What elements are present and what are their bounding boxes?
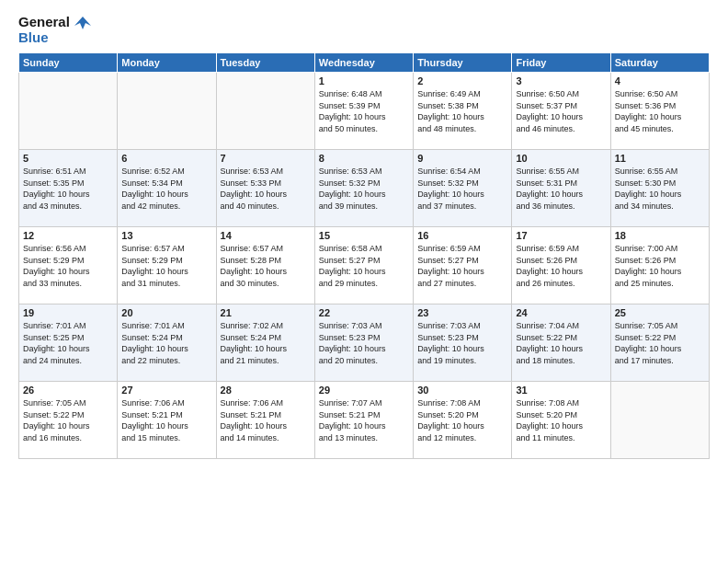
day-info: Sunrise: 6:56 AM Sunset: 5:29 PM Dayligh… (23, 243, 113, 289)
day-number: 21 (221, 307, 311, 318)
day-cell: 17Sunrise: 6:59 AM Sunset: 5:26 PM Dayli… (512, 227, 610, 304)
day-info: Sunrise: 6:59 AM Sunset: 5:27 PM Dayligh… (417, 243, 507, 289)
day-cell: 13Sunrise: 6:57 AM Sunset: 5:29 PM Dayli… (118, 227, 216, 304)
day-cell: 14Sunrise: 6:57 AM Sunset: 5:28 PM Dayli… (216, 227, 314, 304)
logo-line2: Blue (18, 30, 91, 46)
day-number: 3 (516, 75, 606, 86)
day-info: Sunrise: 7:01 AM Sunset: 5:24 PM Dayligh… (121, 320, 211, 366)
day-cell: 28Sunrise: 7:06 AM Sunset: 5:21 PM Dayli… (216, 382, 314, 459)
day-number: 26 (23, 385, 113, 396)
day-cell: 26Sunrise: 7:05 AM Sunset: 5:22 PM Dayli… (19, 382, 118, 459)
day-cell: 4Sunrise: 6:50 AM Sunset: 5:36 PM Daylig… (610, 73, 709, 150)
day-cell (19, 73, 118, 150)
day-number: 4 (615, 75, 705, 86)
day-number: 15 (319, 230, 409, 241)
logo-bird-icon (74, 17, 91, 29)
day-cell: 6Sunrise: 6:52 AM Sunset: 5:34 PM Daylig… (118, 150, 216, 227)
day-number: 2 (417, 75, 507, 86)
day-number: 14 (221, 230, 311, 241)
day-cell: 10Sunrise: 6:55 AM Sunset: 5:31 PM Dayli… (512, 150, 610, 227)
day-number: 19 (23, 307, 113, 318)
day-cell (216, 73, 314, 150)
day-info: Sunrise: 7:00 AM Sunset: 5:26 PM Dayligh… (615, 243, 705, 289)
day-number: 25 (615, 307, 705, 318)
day-info: Sunrise: 6:53 AM Sunset: 5:32 PM Dayligh… (319, 166, 409, 212)
day-number: 22 (319, 307, 409, 318)
day-info: Sunrise: 6:52 AM Sunset: 5:34 PM Dayligh… (121, 166, 211, 212)
day-number: 11 (615, 153, 705, 164)
day-cell: 23Sunrise: 7:03 AM Sunset: 5:23 PM Dayli… (414, 304, 512, 382)
day-info: Sunrise: 6:50 AM Sunset: 5:37 PM Dayligh… (516, 88, 606, 134)
day-info: Sunrise: 7:06 AM Sunset: 5:21 PM Dayligh… (221, 397, 311, 443)
day-info: Sunrise: 6:55 AM Sunset: 5:30 PM Dayligh… (615, 166, 705, 212)
header: General Blue (18, 15, 710, 45)
calendar-table: SundayMondayTuesdayWednesdayThursdayFrid… (18, 52, 710, 459)
day-info: Sunrise: 6:48 AM Sunset: 5:39 PM Dayligh… (319, 88, 409, 134)
day-number: 16 (417, 230, 507, 241)
day-number: 13 (121, 230, 211, 241)
day-number: 28 (221, 385, 311, 396)
day-info: Sunrise: 6:55 AM Sunset: 5:31 PM Dayligh… (516, 166, 606, 212)
day-cell: 20Sunrise: 7:01 AM Sunset: 5:24 PM Dayli… (118, 304, 216, 382)
day-cell: 12Sunrise: 6:56 AM Sunset: 5:29 PM Dayli… (19, 227, 118, 304)
day-cell: 22Sunrise: 7:03 AM Sunset: 5:23 PM Dayli… (314, 304, 413, 382)
col-header-saturday: Saturday (610, 53, 709, 73)
day-cell: 9Sunrise: 6:54 AM Sunset: 5:32 PM Daylig… (414, 150, 512, 227)
day-number: 6 (121, 153, 211, 164)
day-cell: 31Sunrise: 7:08 AM Sunset: 5:20 PM Dayli… (512, 382, 610, 459)
day-info: Sunrise: 6:54 AM Sunset: 5:32 PM Dayligh… (417, 166, 507, 212)
day-cell: 25Sunrise: 7:05 AM Sunset: 5:22 PM Dayli… (610, 304, 709, 382)
day-number: 24 (516, 307, 606, 318)
day-number: 23 (417, 307, 507, 318)
logo-line1: General (18, 15, 91, 30)
day-cell: 5Sunrise: 6:51 AM Sunset: 5:35 PM Daylig… (19, 150, 118, 227)
svg-marker-0 (74, 17, 91, 29)
day-cell: 19Sunrise: 7:01 AM Sunset: 5:25 PM Dayli… (19, 304, 118, 382)
day-info: Sunrise: 7:02 AM Sunset: 5:24 PM Dayligh… (221, 320, 311, 366)
day-cell: 29Sunrise: 7:07 AM Sunset: 5:21 PM Dayli… (314, 382, 413, 459)
logo: General Blue (18, 15, 91, 45)
day-info: Sunrise: 7:01 AM Sunset: 5:25 PM Dayligh… (23, 320, 113, 366)
day-info: Sunrise: 7:04 AM Sunset: 5:22 PM Dayligh… (516, 320, 606, 366)
day-number: 9 (417, 153, 507, 164)
day-number: 31 (516, 385, 606, 396)
day-info: Sunrise: 7:03 AM Sunset: 5:23 PM Dayligh… (417, 320, 507, 366)
day-info: Sunrise: 6:57 AM Sunset: 5:29 PM Dayligh… (121, 243, 211, 289)
day-info: Sunrise: 7:07 AM Sunset: 5:21 PM Dayligh… (319, 397, 409, 443)
day-cell: 7Sunrise: 6:53 AM Sunset: 5:33 PM Daylig… (216, 150, 314, 227)
day-number: 1 (319, 75, 409, 86)
day-info: Sunrise: 7:08 AM Sunset: 5:20 PM Dayligh… (516, 397, 606, 443)
day-number: 18 (615, 230, 705, 241)
day-number: 5 (23, 153, 113, 164)
day-cell: 1Sunrise: 6:48 AM Sunset: 5:39 PM Daylig… (314, 73, 413, 150)
day-info: Sunrise: 6:58 AM Sunset: 5:27 PM Dayligh… (319, 243, 409, 289)
day-number: 17 (516, 230, 606, 241)
day-info: Sunrise: 7:08 AM Sunset: 5:20 PM Dayligh… (417, 397, 507, 443)
col-header-tuesday: Tuesday (216, 53, 314, 73)
day-cell: 30Sunrise: 7:08 AM Sunset: 5:20 PM Dayli… (414, 382, 512, 459)
day-number: 27 (121, 385, 211, 396)
day-info: Sunrise: 6:59 AM Sunset: 5:26 PM Dayligh… (516, 243, 606, 289)
day-info: Sunrise: 6:49 AM Sunset: 5:38 PM Dayligh… (417, 88, 507, 134)
week-row-4: 19Sunrise: 7:01 AM Sunset: 5:25 PM Dayli… (19, 304, 710, 382)
day-cell: 11Sunrise: 6:55 AM Sunset: 5:30 PM Dayli… (610, 150, 709, 227)
day-info: Sunrise: 7:06 AM Sunset: 5:21 PM Dayligh… (121, 397, 211, 443)
day-number: 12 (23, 230, 113, 241)
col-header-sunday: Sunday (19, 53, 118, 73)
col-header-friday: Friday (512, 53, 610, 73)
week-row-3: 12Sunrise: 6:56 AM Sunset: 5:29 PM Dayli… (19, 227, 710, 304)
week-row-5: 26Sunrise: 7:05 AM Sunset: 5:22 PM Dayli… (19, 382, 710, 459)
day-cell: 27Sunrise: 7:06 AM Sunset: 5:21 PM Dayli… (118, 382, 216, 459)
day-number: 30 (417, 385, 507, 396)
col-header-wednesday: Wednesday (314, 53, 413, 73)
page: General Blue SundayMondayTuesdayWednesda… (0, 0, 728, 563)
day-info: Sunrise: 6:57 AM Sunset: 5:28 PM Dayligh… (221, 243, 311, 289)
week-row-1: 1Sunrise: 6:48 AM Sunset: 5:39 PM Daylig… (19, 73, 710, 150)
day-number: 10 (516, 153, 606, 164)
day-info: Sunrise: 7:03 AM Sunset: 5:23 PM Dayligh… (319, 320, 409, 366)
day-cell: 18Sunrise: 7:00 AM Sunset: 5:26 PM Dayli… (610, 227, 709, 304)
day-cell: 8Sunrise: 6:53 AM Sunset: 5:32 PM Daylig… (314, 150, 413, 227)
day-cell: 15Sunrise: 6:58 AM Sunset: 5:27 PM Dayli… (314, 227, 413, 304)
day-cell: 21Sunrise: 7:02 AM Sunset: 5:24 PM Dayli… (216, 304, 314, 382)
day-number: 7 (221, 153, 311, 164)
